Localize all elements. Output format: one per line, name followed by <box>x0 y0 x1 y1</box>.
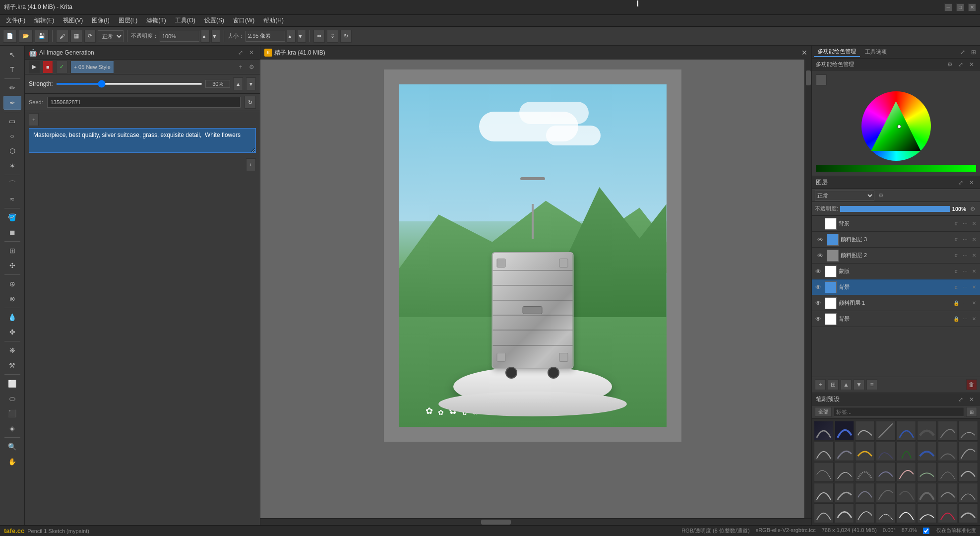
opacity-spinner-up[interactable]: ▲ <box>201 30 210 43</box>
seed-input[interactable] <box>47 97 241 108</box>
layer-item[interactable]: 👁 蒙版 α ⋯ ✕ <box>812 264 980 279</box>
layer-group-button[interactable]: ≡ <box>866 379 877 390</box>
brush-preset-item[interactable] <box>897 442 917 462</box>
multibrush-tool[interactable]: ❋ <box>3 343 21 357</box>
star-tool[interactable]: ✶ <box>3 159 21 173</box>
brush-preset-item[interactable] <box>835 483 855 503</box>
brush-preset-item[interactable] <box>876 421 896 441</box>
brush-preset-item[interactable] <box>897 421 917 441</box>
minimize-button[interactable]: ─ <box>944 3 952 11</box>
size-spinner-up[interactable]: ▲ <box>287 30 296 43</box>
close-button[interactable]: ✕ <box>968 3 976 11</box>
layers-close-icon[interactable]: ✕ <box>967 178 976 187</box>
hscroll-thumb[interactable] <box>481 520 511 525</box>
brush-preset-item[interactable] <box>835 503 855 523</box>
polygon-tool[interactable]: ⬡ <box>3 144 21 158</box>
color-settings-icon[interactable]: ⚙ <box>945 60 954 69</box>
ai-prompt-add-button[interactable]: + <box>29 113 39 126</box>
canvas-vscrollbar[interactable] <box>804 60 811 518</box>
brush-preset-item[interactable] <box>958 442 978 462</box>
brush-preset-item[interactable] <box>917 503 937 523</box>
ai-prompt-input[interactable]: Masterpiece, best quality, silver suitca… <box>29 128 256 153</box>
brush-preset-item[interactable] <box>814 483 834 503</box>
color-picker-tool[interactable]: 💧 <box>3 310 21 324</box>
layer-alpha-lock[interactable]: 🔒 <box>952 299 960 307</box>
menu-settings[interactable]: 设置(S) <box>200 15 228 26</box>
strength-slider[interactable] <box>56 83 202 85</box>
layer-blend-mode-select[interactable]: 正常 <box>815 191 874 201</box>
smart-patch-tool[interactable]: ✤ <box>3 325 21 339</box>
assistant-tool[interactable]: ⚒ <box>3 358 21 372</box>
ellipse-tool[interactable]: ○ <box>3 129 21 143</box>
gradient-button[interactable]: ▦ <box>70 30 82 43</box>
brush-preset-item[interactable] <box>814 462 834 482</box>
opacity-spinner-down[interactable]: ▼ <box>211 30 220 43</box>
mesh-transform-tool[interactable]: ⊗ <box>3 292 21 306</box>
layer-up-button[interactable]: ▲ <box>841 379 852 390</box>
brush-preset-item[interactable] <box>855 503 875 523</box>
brush-preset-item[interactable] <box>958 483 978 503</box>
brush-preset-item[interactable] <box>938 442 958 462</box>
brush-preset-item[interactable] <box>897 503 917 523</box>
brush-preset-item[interactable] <box>917 421 937 441</box>
brush-preset-item[interactable] <box>814 442 834 462</box>
brush-preset-item[interactable] <box>814 421 834 441</box>
contiguous-selection-tool[interactable]: ⬛ <box>3 406 21 420</box>
brush-close-icon[interactable]: ✕ <box>967 395 976 404</box>
gradient-tool[interactable]: ◼ <box>3 225 21 239</box>
tab-tool-options[interactable]: 工具选项 <box>861 47 891 57</box>
blend-mode-select[interactable]: 正常 <box>98 30 123 42</box>
freehand-brush-tool[interactable]: ✏ <box>3 81 21 95</box>
size-spinner-down[interactable]: ▼ <box>297 30 306 43</box>
strength-up-button[interactable]: ▲ <box>233 77 243 90</box>
color-expand-icon[interactable]: ⤢ <box>956 60 965 69</box>
brush-preset-item[interactable] <box>855 462 875 482</box>
layer-item-active[interactable]: 👁 背景 α ⋯ ✕ <box>812 279 980 295</box>
brush-preset-item[interactable] <box>835 462 855 482</box>
right-panel-detach-icon[interactable]: ⊞ <box>969 48 978 57</box>
brush-preset-item[interactable] <box>938 462 958 482</box>
menu-window[interactable]: 窗口(W) <box>229 15 258 26</box>
layer-alpha-lock[interactable]: α <box>952 220 960 228</box>
ai-panel-expand-button[interactable]: ⤢ <box>236 48 245 57</box>
layer-down-button[interactable]: ▼ <box>854 379 864 390</box>
strength-down-button[interactable]: ▼ <box>246 77 256 90</box>
menu-tools[interactable]: 工具(O) <box>171 15 199 26</box>
brush-preset-item[interactable] <box>938 483 958 503</box>
transform-tool[interactable]: ⊕ <box>3 277 21 291</box>
brush-expand-icon[interactable]: ⤢ <box>956 395 965 404</box>
layer-close[interactable]: ✕ <box>970 283 978 291</box>
brush-preset-item[interactable] <box>876 442 896 462</box>
layer-close[interactable]: ✕ <box>970 268 978 275</box>
brush-preset-item[interactable] <box>897 462 917 482</box>
menu-filter[interactable]: 滤镜(T) <box>142 15 170 26</box>
brush-preset-item[interactable] <box>876 483 896 503</box>
calligraphy-tool[interactable]: ✒ <box>3 96 21 110</box>
layer-opacity-settings-icon[interactable]: ⚙ <box>968 204 977 213</box>
canvas-viewport[interactable]: ✿ ✿ ✿ ✿ ✿ ✿ ✿ <box>260 60 804 518</box>
right-panel-expand-icon[interactable]: ⤢ <box>958 48 967 57</box>
selection-rect-tool[interactable]: ⬜ <box>3 377 21 391</box>
brush-preset-item[interactable] <box>835 442 855 462</box>
layer-close[interactable]: ✕ <box>970 252 978 260</box>
open-file-button[interactable]: 📂 <box>19 30 33 43</box>
add-layer-button[interactable]: + <box>815 379 826 390</box>
size-input[interactable] <box>245 31 285 42</box>
layer-more-options[interactable]: ⋯ <box>961 252 969 260</box>
brush-filter-all[interactable]: 全部 <box>815 407 832 417</box>
brush-preset-item[interactable] <box>835 421 855 441</box>
ai-add-element-button[interactable]: + <box>246 158 256 171</box>
selection-ellipse-tool[interactable]: ⬭ <box>3 392 21 405</box>
layer-alpha-lock[interactable]: α <box>952 268 960 275</box>
layer-close[interactable]: ✕ <box>970 299 978 307</box>
save-file-button[interactable]: 💾 <box>35 30 49 43</box>
layer-item[interactable]: 👁 颜料图层 1 🔒 ⋯ ✕ <box>812 295 980 311</box>
brush-preset-item[interactable] <box>958 503 978 523</box>
color-sub-tab-manager[interactable]: 多功能绘色管理 <box>816 61 854 68</box>
zoom-tool[interactable]: 🔍 <box>3 440 21 454</box>
layer-more-options[interactable]: ⋯ <box>961 268 969 275</box>
color-wheel-inner-triangle[interactable] <box>871 101 921 151</box>
brush-search-input[interactable] <box>834 407 964 417</box>
move-tool[interactable]: ✣ <box>3 259 21 272</box>
cursor-tool[interactable]: ↖ <box>3 48 21 62</box>
